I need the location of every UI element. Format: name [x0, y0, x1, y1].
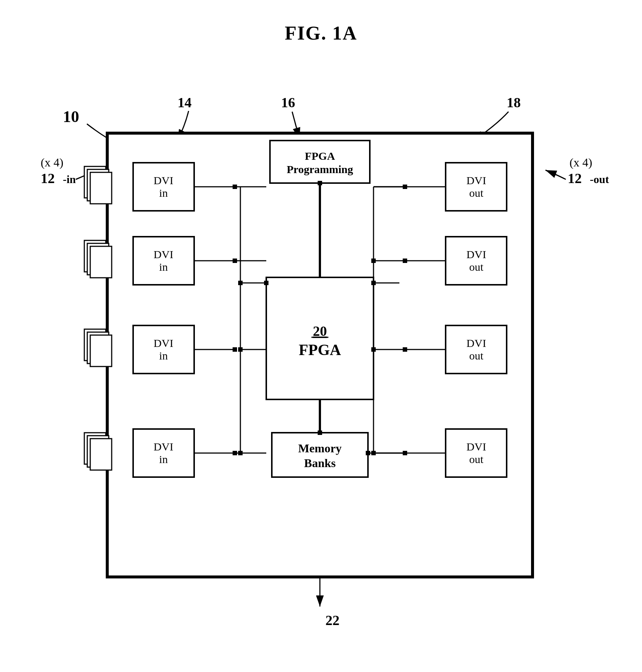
connector-left-3-front	[90, 335, 112, 367]
fpga-prog-text-2: Programming	[287, 163, 353, 175]
wire-dot-3	[233, 347, 237, 352]
ref-10-label: 10	[63, 108, 79, 126]
connector-left-1-front	[90, 172, 112, 204]
ref-12out-arrow	[545, 170, 566, 179]
wire-dot-fpga-mem-bottom	[318, 430, 322, 435]
dvi-out-3-text-line2: out	[469, 349, 484, 362]
memory-text-1: Memory	[298, 442, 341, 455]
dvi-out-3-text-line1: DVI	[466, 337, 486, 349]
dvi-out-1-text-line1: DVI	[466, 174, 486, 186]
dvi-in-2-text-line2: in	[159, 261, 168, 273]
dvi-in-4-text-line1: DVI	[153, 440, 173, 453]
wire-dot-bus-r1	[371, 259, 376, 263]
ref-22-label: 22	[325, 612, 339, 628]
wire-dot-fpgaprog-bottom	[318, 181, 322, 185]
dvi-out-2-text-line2: out	[469, 261, 484, 273]
connector-left-4-front	[90, 439, 112, 470]
wire-dot-4	[233, 451, 237, 455]
ref-14-label: 14	[178, 95, 192, 110]
dvi-in-3-text-line2: in	[159, 349, 168, 362]
dvi-in-3-text-line1: DVI	[153, 337, 173, 349]
fpga-prog-text-1: FPGA	[305, 150, 335, 162]
x4-left-label: (x 4)	[41, 156, 63, 169]
ref-20-text: 20	[313, 323, 327, 339]
wire-dot-bus-l3	[238, 451, 243, 455]
memory-banks-box	[272, 433, 368, 477]
dvi-in-2-text-line1: DVI	[153, 248, 173, 260]
fpga-main-text: FPGA	[299, 341, 341, 358]
wire-dot-mem-r	[366, 451, 370, 455]
ref-12in-label: 12	[41, 170, 55, 186]
ref-16-label: 16	[281, 95, 295, 110]
dvi-out-2-text-line1: DVI	[466, 248, 486, 260]
dvi-in-4-text-line2: in	[159, 453, 168, 465]
dvi-out-4-text-line1: DVI	[466, 440, 486, 453]
dvi-out-1-text-line2: out	[469, 187, 484, 199]
dvi-out-4-text-line2: out	[469, 453, 484, 465]
ref-12out-label: 12	[568, 170, 582, 186]
connector-left-2-front	[90, 246, 112, 278]
wire-dot-2	[233, 259, 237, 263]
ref-12in-sub: -in	[63, 173, 76, 185]
memory-text-2: Banks	[304, 456, 335, 470]
x4-right-label: (x 4)	[570, 156, 592, 169]
dvi-in-1-text-line1: DVI	[153, 174, 173, 186]
diagram-svg: 10 14 16 18 (x 4) 12 -in (x 4) 12 -out	[30, 59, 612, 657]
ref-18-label: 18	[507, 95, 521, 110]
page-title: FIG. 1A	[0, 0, 642, 44]
dvi-in-1-text-line2: in	[159, 187, 168, 199]
wire-dot-1	[233, 185, 237, 189]
ref-12out-sub: -out	[590, 173, 609, 185]
